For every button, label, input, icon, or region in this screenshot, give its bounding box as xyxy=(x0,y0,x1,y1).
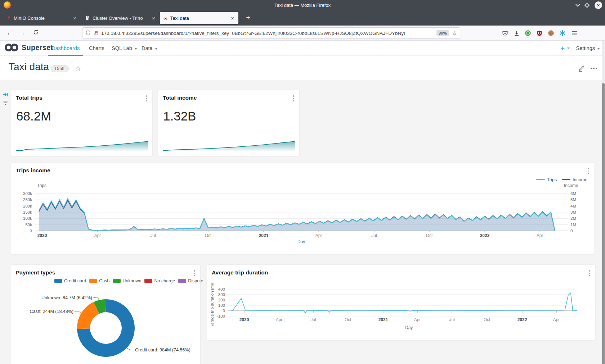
window-maximize-button[interactable] xyxy=(584,3,590,8)
card-trips-income: Trips income Trips Income Trips Income 0… xyxy=(11,162,594,255)
svg-text:Apr: Apr xyxy=(276,317,283,322)
filter-icon[interactable] xyxy=(3,101,8,106)
tab-strip: MinIO Console × Cluster Overview - Trino… xyxy=(0,10,605,26)
card-payment-types: Payment types Credit cardCashUnknownNo c… xyxy=(11,264,201,364)
svg-text:2020: 2020 xyxy=(37,233,47,238)
svg-text:250k: 250k xyxy=(23,197,32,202)
menu-hamburger-icon[interactable] xyxy=(570,29,579,37)
svg-text:3M: 3M xyxy=(570,210,576,214)
window-close-button[interactable]: × xyxy=(595,1,602,9)
tab-title: MinIO Console xyxy=(14,15,72,21)
tab-taxi-data-active[interactable]: ∞ Taxi data × xyxy=(160,12,238,24)
svg-text:Jul: Jul xyxy=(310,317,316,322)
scrollbar-thumb[interactable] xyxy=(602,83,605,364)
dashboard-header: Taxi data Draft ☆ xyxy=(0,56,605,80)
chevron-down-icon xyxy=(155,48,158,50)
svg-text:1M: 1M xyxy=(570,223,576,227)
card-avg-trip-duration: Average trip duration Average trip durat… xyxy=(207,264,596,341)
total-income-sparkline xyxy=(158,90,300,156)
svg-text:-100: -100 xyxy=(217,314,225,318)
svg-text:Jul: Jul xyxy=(449,317,454,322)
ublock-shield-icon[interactable] xyxy=(535,29,544,37)
svg-text:4M: 4M xyxy=(570,204,576,208)
svg-text:300: 300 xyxy=(218,292,225,297)
tab-minio-console[interactable]: MinIO Console × xyxy=(2,12,81,24)
tab-close-icon[interactable]: × xyxy=(230,15,235,21)
svg-text:2021: 2021 xyxy=(378,317,388,322)
url-path: :32295/superset/dashboard/1/?native_filt… xyxy=(124,31,405,36)
dashboard-body: Total trips 68.2M Total income 1.32B Tri… xyxy=(0,80,605,364)
card-total-income: Total income 1.32B xyxy=(158,90,300,156)
svg-text:Unknown: 84.7M (6.42%): Unknown: 84.7M (6.42%) xyxy=(41,295,92,300)
superset-tab-icon: ∞ xyxy=(163,15,167,21)
svg-text:Apr: Apr xyxy=(414,317,421,322)
lock-insecure-icon[interactable] xyxy=(94,30,99,36)
add-new-button[interactable]: + xyxy=(561,41,570,56)
svg-text:Oct: Oct xyxy=(426,233,433,238)
trino-bunny-icon xyxy=(85,15,90,21)
chevron-down-icon xyxy=(597,48,600,50)
extension-green-icon[interactable] xyxy=(524,29,532,37)
tab-close-icon[interactable]: × xyxy=(151,15,156,21)
svg-text:Oct: Oct xyxy=(345,317,351,322)
svg-text:Apr: Apr xyxy=(315,233,322,238)
svg-text:Cash: 244M (18.48%): Cash: 244M (18.48%) xyxy=(30,309,73,314)
payment-types-donut-chart: Unknown: 84.7M (6.42%)Cash: 244M (18.48%… xyxy=(11,265,201,364)
shield-icon[interactable] xyxy=(85,30,91,36)
svg-text:100: 100 xyxy=(218,303,225,308)
url-bar[interactable]: 172.18.0.4:32295/superset/dashboard/1/?n… xyxy=(82,27,460,39)
superset-navbar: Superset Dashboards Charts SQL Lab Data … xyxy=(0,41,605,56)
svg-text:6M: 6M xyxy=(570,191,576,196)
svg-text:5M: 5M xyxy=(570,197,576,202)
zoom-level-badge[interactable]: 90% xyxy=(436,30,449,36)
extension-asterisk-icon[interactable] xyxy=(558,29,567,37)
window-minimize-button[interactable] xyxy=(575,2,580,7)
reload-button[interactable] xyxy=(31,28,40,38)
bookmark-star-icon[interactable]: ☆ xyxy=(452,30,457,37)
settings-menu[interactable]: Settings xyxy=(576,41,600,56)
chevron-down-icon xyxy=(134,48,137,50)
download-icon[interactable] xyxy=(512,29,521,37)
cookie-icon[interactable] xyxy=(547,29,555,37)
nav-data[interactable]: Data xyxy=(138,41,161,56)
new-tab-button[interactable]: + xyxy=(243,13,254,23)
svg-text:2021: 2021 xyxy=(259,233,269,238)
svg-text:Oct: Oct xyxy=(205,233,212,238)
chevron-down-icon xyxy=(567,47,570,49)
svg-text:Apr: Apr xyxy=(537,233,543,238)
minio-icon xyxy=(6,15,11,21)
tab-title: Cluster Overview - Trino xyxy=(93,15,151,21)
tab-title: Taxi data xyxy=(170,15,230,21)
dashboard-title: Taxi data xyxy=(9,61,49,73)
firefox-window: Taxi data — Mozilla Firefox × MinIO Cons… xyxy=(0,0,605,364)
forward-button[interactable]: → xyxy=(18,28,27,38)
total-trips-sparkline xyxy=(11,90,153,156)
svg-text:0: 0 xyxy=(570,229,573,233)
url-host: 172.18.0.4 xyxy=(101,31,124,36)
superset-logo[interactable]: Superset xyxy=(4,43,53,52)
svg-text:200: 200 xyxy=(218,298,225,302)
x-axis-title: Day xyxy=(297,239,305,244)
svg-text:2M: 2M xyxy=(570,216,576,220)
svg-text:Jul: Jul xyxy=(150,233,156,238)
svg-text:Credit card: 984M (74.56%): Credit card: 984M (74.56%) xyxy=(135,347,191,352)
nav-dashboards[interactable]: Dashboards xyxy=(48,41,83,56)
scrollbar-track[interactable] xyxy=(602,41,605,364)
window-titlebar: Taxi data — Mozilla Firefox × xyxy=(0,0,605,10)
tab-trino-cluster[interactable]: Cluster Overview - Trino × xyxy=(81,12,160,24)
back-button[interactable]: ← xyxy=(5,28,14,38)
favorite-star-icon[interactable]: ☆ xyxy=(75,64,81,73)
tab-close-icon[interactable]: × xyxy=(72,15,77,21)
window-title: Taxi data — Mozilla Firefox xyxy=(0,3,605,8)
avg-trip-duration-chart: 4003002001000-1002020AprJulOct2021AprJul… xyxy=(207,265,596,341)
x-axis-title: Day xyxy=(405,325,413,330)
more-options-icon[interactable] xyxy=(591,68,597,69)
pocket-icon[interactable] xyxy=(501,29,509,37)
svg-text:2022: 2022 xyxy=(480,233,490,238)
nav-sql-lab[interactable]: SQL Lab xyxy=(108,41,141,56)
edit-pencil-icon[interactable] xyxy=(578,64,585,72)
expand-filter-bar-icon[interactable] xyxy=(3,92,8,97)
nav-charts[interactable]: Charts xyxy=(85,41,108,56)
status-badge: Draft xyxy=(51,65,69,72)
svg-text:150k: 150k xyxy=(23,210,32,214)
